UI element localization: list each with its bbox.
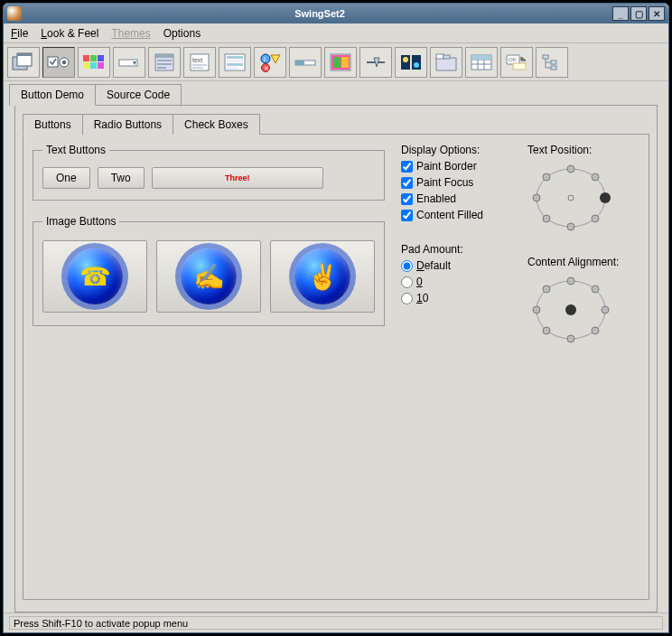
maximize-button[interactable]: ▢ [630,6,647,21]
phone-icon: ☎ [79,262,111,292]
text-buttons-group: Text Buttons One Two Three! [33,144,385,201]
svg-text:OK: OK [509,57,517,62]
svg-point-68 [567,277,574,285]
svg-point-27 [261,54,270,63]
toolbar-tooltip-icon[interactable]: OK [500,47,533,78]
menu-options[interactable]: Options [163,27,201,40]
check-enabled[interactable]: Enabled [401,192,518,205]
tab-source-code[interactable]: Source Code [95,84,182,105]
svg-point-71 [592,327,599,334]
svg-rect-50 [471,55,491,60]
image-button-peace[interactable]: ✌ [270,240,375,313]
toolbar-frame-icon[interactable] [7,47,40,78]
svg-rect-25 [227,63,243,66]
radio-pad-zero[interactable]: 0 [401,276,518,288]
svg-point-59 [592,173,599,181]
svg-rect-23 [227,56,243,59]
app-window: SwingSet2 _ ▢ ✕ File Look & Feel Themes … [3,3,669,633]
svg-rect-35 [333,57,341,68]
button-three[interactable]: Three! [152,167,323,189]
svg-rect-10 [90,62,97,69]
minimize-button[interactable]: _ [612,6,629,21]
tab-radio-buttons[interactable]: Radio Buttons [82,114,173,135]
content-alignment-selector[interactable] [527,272,614,348]
window-title: SwingSet2 [27,8,612,19]
svg-point-76 [565,304,576,315]
svg-point-64 [533,194,540,201]
menu-themes: Themes [111,27,150,40]
toolbar-splitpane-icon[interactable] [395,47,427,78]
toolbar-slider-icon[interactable] [359,47,392,78]
svg-rect-53 [513,63,526,70]
toolbar-button-demo-icon[interactable] [42,47,75,78]
svg-rect-15 [157,60,172,61]
radio-pad-default[interactable]: Default [401,259,518,272]
toolbar-progressbar-icon[interactable] [289,47,322,78]
svg-rect-56 [551,66,556,70]
svg-rect-6 [83,55,89,61]
toolbar-combobox-icon[interactable] [113,47,145,78]
radio-pad-zero-input[interactable] [401,276,413,288]
image-buttons-legend: Image Buttons [42,215,119,228]
tab-check-boxes[interactable]: Check Boxes [173,114,260,135]
toolbar-tabbedpane-icon[interactable] [430,47,462,78]
close-button[interactable]: ✕ [649,6,665,21]
java-app-icon [7,6,22,21]
radio-pad-ten[interactable]: 10 [401,292,518,304]
svg-rect-55 [551,61,556,64]
svg-rect-2 [17,53,32,56]
svg-point-69 [592,285,599,293]
check-paint-focus-input[interactable] [401,177,413,189]
svg-point-58 [567,165,574,173]
svg-rect-11 [98,62,104,69]
radio-pad-ten-input[interactable] [401,293,413,304]
toolbar-table-icon[interactable] [465,47,498,78]
svg-rect-8 [98,55,104,61]
svg-rect-14 [155,54,173,58]
menu-look-and-feel[interactable]: Look & Feel [41,27,98,40]
check-paint-border-input[interactable] [401,161,413,173]
svg-rect-42 [436,58,456,70]
svg-point-75 [543,285,550,293]
peace-icon: ✌ [307,262,339,292]
svg-rect-36 [341,57,349,68]
check-paint-focus[interactable]: Paint Focus [401,176,518,189]
toolbar-colorchooser-icon[interactable] [78,47,110,78]
statusbar: Press Shift-F10 to activate popup menu [4,613,668,632]
toolbar-filechooser-icon[interactable] [148,47,181,78]
button-one[interactable]: One [42,167,90,189]
svg-point-5 [62,60,66,63]
svg-rect-32 [295,61,304,65]
write-icon: ✍ [193,262,225,292]
button-two[interactable]: Two [98,167,145,189]
toolbar-tree-icon[interactable] [536,47,568,78]
tab-buttons[interactable]: Buttons [23,114,83,136]
svg-point-70 [602,306,609,313]
svg-point-40 [403,57,408,62]
radio-pad-default-input[interactable] [401,260,413,272]
image-button-phone[interactable]: ☎ [42,240,147,313]
text-buttons-legend: Text Buttons [42,144,109,156]
toolbar-list-icon[interactable] [219,47,251,78]
image-button-write[interactable]: ✍ [156,240,261,313]
toolbar-html-icon[interactable]: text [183,47,216,78]
outer-tabs: Button Demo Source Code Buttons Radio Bu… [4,81,668,613]
tab-button-demo[interactable]: Button Demo [9,84,96,106]
check-content-filled[interactable]: Content Filled [401,209,518,221]
check-enabled-input[interactable] [401,193,413,205]
svg-text:✕: ✕ [264,65,269,71]
menu-file[interactable]: File [11,27,28,40]
toolbar: text i✕ OK [4,43,668,81]
check-paint-border[interactable]: Paint Border [401,160,518,173]
check-content-filled-input[interactable] [401,210,413,221]
svg-rect-17 [157,67,166,69]
toolbar-scrollpane-icon[interactable] [324,47,357,78]
titlebar[interactable]: SwingSet2 _ ▢ ✕ [4,4,668,23]
svg-text:text: text [192,57,202,63]
svg-point-61 [592,215,599,222]
svg-point-73 [543,327,550,334]
toolbar-optionpane-icon[interactable]: i✕ [254,47,286,78]
svg-rect-24 [227,60,243,62]
svg-point-60 [600,192,611,203]
text-position-selector[interactable] [527,160,614,236]
